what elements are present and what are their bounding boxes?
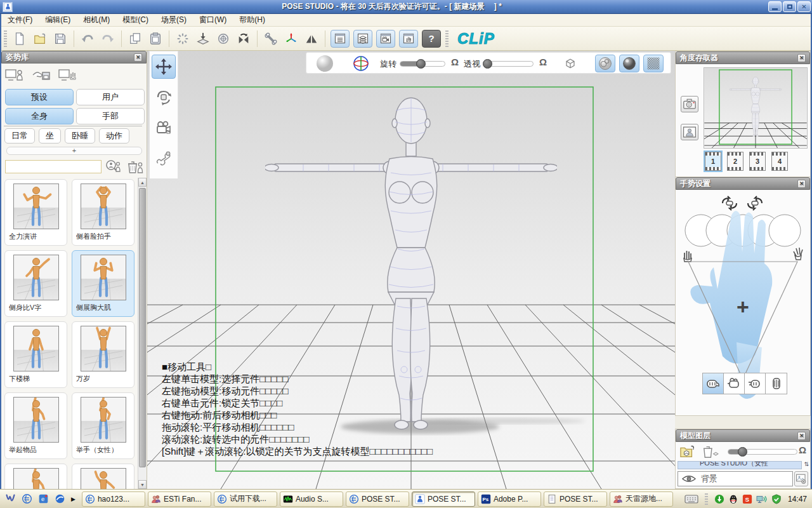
pose-thumbnail[interactable] [81, 397, 126, 443]
pose-card[interactable] [4, 464, 67, 489]
model-layer-row[interactable]: POSE STUDIO（女性 [678, 461, 802, 469]
tag-1[interactable]: 坐 [39, 128, 61, 144]
scroll-thumb[interactable] [139, 188, 146, 467]
gesture-preset-4-icon[interactable] [766, 373, 787, 394]
angle-slot-3[interactable]: 3 [749, 152, 766, 171]
pose-scrollbar[interactable]: ▲ ▼ [138, 178, 147, 489]
menu-item-4[interactable]: 场景(S) [155, 13, 193, 27]
task-button-7[interactable]: POSE ST... [544, 491, 607, 507]
close-icon[interactable]: ✕ [797, 180, 806, 188]
close-icon[interactable]: ✕ [134, 53, 142, 62]
toolbar-grip[interactable] [4, 30, 7, 47]
close-icon[interactable]: ✕ [797, 54, 806, 62]
gesture-preset-3-icon[interactable] [745, 373, 766, 394]
tag-0[interactable]: 日常 [4, 128, 35, 144]
pose-card[interactable]: 全力演讲 [4, 179, 67, 246]
rotation-gizmo-icon[interactable] [352, 55, 370, 74]
rotate-reset-icon[interactable]: Ω [451, 57, 459, 67]
tray-download-icon[interactable] [714, 494, 724, 504]
gesture-preset-2-icon[interactable] [724, 373, 745, 394]
background-layer-row[interactable]: 背景 [678, 471, 793, 486]
visibility-eye-icon[interactable] [682, 474, 696, 483]
layer-reset-icon[interactable]: Ω [799, 444, 806, 455]
menu-item-5[interactable]: 窗口(W) [193, 13, 233, 27]
reset-view-button[interactable] [174, 30, 192, 48]
pose-thumbnail[interactable] [81, 255, 126, 300]
axis-button[interactable] [282, 30, 300, 48]
toggle-pose-library-button[interactable] [331, 30, 350, 48]
shading-button[interactable] [619, 55, 639, 72]
close-button[interactable]: ✕ [797, 1, 811, 12]
close-icon[interactable]: ✕ [797, 432, 806, 440]
toggle-camera-panel-button[interactable] [376, 30, 395, 48]
angle-slot-4[interactable]: 4 [771, 152, 788, 171]
joint-display-button[interactable] [595, 55, 615, 72]
snapshot-camera-button[interactable] [681, 96, 698, 112]
task-button-1[interactable]: ESTi Fan... [148, 491, 211, 507]
restore-button[interactable] [783, 1, 796, 12]
drop-to-ground-button[interactable] [194, 30, 212, 48]
copy-button[interactable] [126, 30, 144, 48]
new-file-button[interactable] [11, 30, 29, 48]
save-pose-icon[interactable] [32, 67, 51, 84]
user-tab[interactable]: 用户 [76, 89, 145, 105]
minimize-button[interactable] [768, 1, 782, 12]
gesture-preset-1-icon[interactable] [703, 373, 724, 394]
pose-search-input[interactable] [5, 160, 102, 173]
angle-preview[interactable] [704, 67, 808, 149]
pose-thumbnail[interactable] [13, 326, 59, 371]
scroll-up-icon[interactable]: ▲ [138, 178, 147, 187]
pose-thumbnail[interactable] [81, 184, 126, 229]
toolbar-grip[interactable] [445, 30, 449, 47]
toggle-gesture-panel-button[interactable] [399, 30, 418, 48]
full-body-tab[interactable]: 全身 [5, 108, 74, 124]
paste-button[interactable] [147, 30, 164, 48]
pose-thumbnail[interactable] [81, 326, 126, 371]
quicklaunch-expand-icon[interactable]: ▶ [71, 496, 75, 502]
delete-pose-icon[interactable] [127, 159, 144, 177]
menu-item-2[interactable]: 相机(M) [77, 13, 116, 27]
tag-2[interactable]: 卧睡 [65, 128, 95, 144]
import-model-icon[interactable] [679, 444, 696, 461]
tray-network-icon[interactable] [756, 494, 768, 504]
redo-button[interactable] [99, 30, 117, 48]
quicklaunch-ie-icon[interactable] [22, 493, 32, 504]
open-file-button[interactable] [31, 30, 49, 48]
pose-card[interactable] [72, 464, 134, 489]
pose-card[interactable]: 侧身比V字 [4, 250, 67, 317]
pose-thumbnail[interactable] [13, 397, 59, 443]
angle-slot-1[interactable]: 1 [705, 152, 721, 171]
bone-tool[interactable] [152, 146, 176, 170]
apply-hand-pose-icon[interactable] [58, 67, 77, 84]
preset-tab[interactable]: 预设 [5, 89, 74, 105]
pose-card[interactable]: 万岁 [72, 321, 134, 388]
rotate-tool[interactable] [152, 85, 176, 109]
menu-item-0[interactable]: 文件(F) [1, 13, 39, 27]
pose-thumbnail[interactable] [13, 184, 59, 229]
quicklaunch-browser-icon[interactable] [55, 493, 65, 504]
task-button-6[interactable]: Adobe P... [478, 491, 541, 507]
toggle-layers-button[interactable] [353, 30, 372, 48]
viewport-3d[interactable]: 旋转 Ω 透视 Ω ■移动工具□左键单击模型:选择元件□□□□□左键拖动模型:移… [147, 51, 675, 489]
pose-thumbnail[interactable] [13, 468, 59, 489]
task-button-4[interactable]: POSE ST... [346, 491, 409, 507]
focus-target-button[interactable] [214, 30, 232, 48]
pose-card[interactable]: 举手（女性） [72, 392, 134, 459]
undo-button[interactable] [79, 30, 96, 48]
apply-pose-to-model-icon[interactable] [5, 67, 24, 84]
camera-tool[interactable] [152, 116, 176, 140]
pose-card[interactable]: 侧着脸拍手 [72, 179, 134, 246]
wireframe-cube-button[interactable] [560, 55, 580, 72]
perspective-reset-icon[interactable]: Ω [539, 57, 547, 67]
task-button-8[interactable]: 天雷源地... [610, 491, 673, 507]
pose-card[interactable]: 下楼梯 [4, 321, 67, 388]
task-button-0[interactable]: hao123... [82, 491, 145, 507]
mirror-button[interactable] [303, 30, 320, 48]
flip-pose-button[interactable] [235, 30, 252, 48]
perspective-slider[interactable] [484, 61, 534, 67]
move-tool[interactable] [152, 55, 176, 79]
task-button-3[interactable]: Audio S... [280, 491, 343, 507]
bone-button[interactable] [262, 30, 280, 48]
frame-model-button[interactable] [681, 124, 698, 140]
task-button-2[interactable]: 试用下载... [214, 491, 277, 507]
